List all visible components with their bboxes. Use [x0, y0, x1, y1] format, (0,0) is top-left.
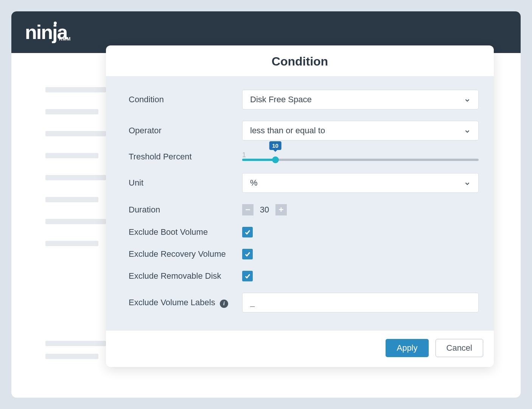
label-exclude-recovery: Exclude Recovery Volume	[129, 249, 242, 259]
info-icon[interactable]: i	[220, 300, 228, 308]
slider-fill	[242, 159, 275, 161]
row-unit: Unit %	[129, 173, 479, 193]
row-exclude-labels: Exclude Volume Labels i	[129, 293, 479, 312]
checkbox-exclude-removable[interactable]	[242, 271, 253, 281]
label-threshold: Treshold Percent	[129, 152, 242, 162]
slider-min: 1	[242, 151, 246, 159]
label-unit: Unit	[129, 178, 242, 188]
condition-select[interactable]: Disk Free Space	[242, 90, 479, 109]
brand-sub: RMM	[59, 37, 71, 41]
label-exclude-boot: Exclude Boot Volume	[129, 227, 242, 237]
chevron-down-icon	[464, 96, 471, 103]
stepper-minus[interactable]: −	[242, 204, 254, 215]
apply-button[interactable]: Apply	[386, 339, 428, 357]
row-exclude-recovery: Exclude Recovery Volume	[129, 249, 479, 259]
label-duration: Duration	[129, 205, 242, 215]
exclude-labels-input[interactable]	[242, 293, 479, 312]
label-condition: Condition	[129, 95, 242, 105]
row-condition: Condition Disk Free Space	[129, 90, 479, 109]
app-window: ninja RMM Condition Condition Disk Free …	[11, 11, 521, 398]
chevron-down-icon	[464, 180, 471, 186]
condition-modal: Condition Condition Disk Free Space Oper…	[106, 45, 494, 367]
checkbox-exclude-boot[interactable]	[242, 227, 253, 237]
modal-body: Condition Disk Free Space Operator less …	[106, 76, 494, 331]
row-operator: Operator less than or equal to	[129, 121, 479, 140]
condition-value: Disk Free Space	[250, 95, 312, 105]
sidebar-skeleton	[45, 87, 106, 263]
modal-title: Condition	[106, 45, 494, 76]
label-operator: Operator	[129, 126, 242, 136]
cancel-button[interactable]: Cancel	[436, 339, 483, 357]
stepper-plus[interactable]: +	[275, 204, 287, 215]
row-duration: Duration − 30 +	[129, 204, 479, 215]
row-threshold: Treshold Percent 1 10	[129, 152, 479, 162]
operator-value: less than or equal to	[250, 126, 325, 136]
checkbox-exclude-recovery[interactable]	[242, 249, 253, 259]
threshold-slider[interactable]: 1 10	[242, 153, 479, 161]
sidebar-skeleton-bottom	[45, 341, 106, 367]
label-exclude-removable: Exclude Removable Disk	[129, 271, 242, 281]
row-exclude-boot: Exclude Boot Volume	[129, 227, 479, 237]
slider-thumb[interactable]	[272, 156, 279, 163]
brand-logo: ninja RMM	[25, 22, 70, 42]
slider-track	[242, 159, 479, 161]
duration-value: 30	[259, 205, 270, 215]
duration-stepper: − 30 +	[242, 204, 479, 215]
unit-select[interactable]: %	[242, 173, 479, 193]
operator-select[interactable]: less than or equal to	[242, 121, 479, 140]
label-exclude-labels: Exclude Volume Labels i	[129, 298, 242, 308]
chevron-down-icon	[464, 127, 471, 134]
modal-footer: Apply Cancel	[106, 331, 494, 367]
slider-tooltip: 10	[269, 141, 282, 150]
row-exclude-removable: Exclude Removable Disk	[129, 271, 479, 281]
unit-value: %	[250, 178, 258, 188]
